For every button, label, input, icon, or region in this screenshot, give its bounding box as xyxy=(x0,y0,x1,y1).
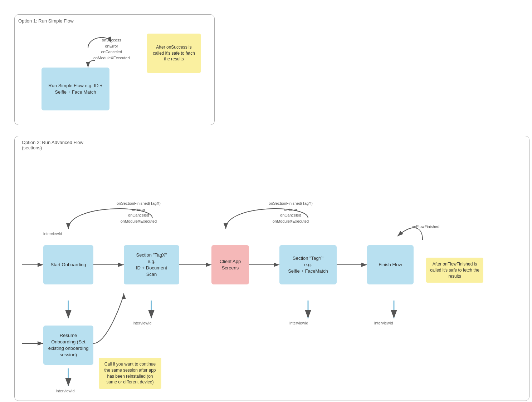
section-tagx-label: Section "TagX" e.g. ID + Document Scan xyxy=(136,252,167,278)
option2-callbacks-tagy: onSectionFinished(TagY) onError onCancel… xyxy=(269,200,313,224)
resume-onboarding-label: Resume Onboarding (Set existing onboardi… xyxy=(48,332,89,358)
option1-note-text: After onSuccess is called it's safe to f… xyxy=(150,44,198,62)
option2-box: Option 2: Run Advanced Flow (sections) xyxy=(14,136,529,401)
option2-callbacks-flowfinished: onFlowFinished xyxy=(412,224,439,230)
option1-note: After onSuccess is called it's safe to f… xyxy=(147,34,201,73)
option1-label: Option 1: Run Simple Flow xyxy=(18,18,211,24)
finish-note: After onFlowFinished is called it's safe… xyxy=(426,258,483,283)
run-simple-flow-node: Run Simple Flow e.g. ID + Selfie + Face … xyxy=(42,68,109,110)
interviewid-text1: interviewId xyxy=(43,232,62,236)
interviewid-text5: interviewId xyxy=(56,389,75,393)
diagram-container: Option 1: Run Simple Flow onSuccess onEr… xyxy=(0,0,532,402)
option1-box: Option 1: Run Simple Flow onSuccess onEr… xyxy=(14,14,215,125)
interviewid-text3: interviewId xyxy=(289,321,308,325)
option2-inner: interviewId onSectionFinished(TagX) onEr… xyxy=(22,154,522,397)
option1-callback-text: onSuccess onError onCanceled onModuleXEx… xyxy=(93,37,130,61)
client-app-node: Client App Screens xyxy=(211,245,249,284)
client-app-label: Client App Screens xyxy=(220,258,241,271)
finish-flow-node: Finish Flow xyxy=(367,245,414,284)
interviewid-finish: interviewId xyxy=(374,320,393,326)
tagx-callback-text: onSectionFinished(TagX) onError onCancel… xyxy=(117,200,161,224)
resume-note-text: Call if you want to continue the same se… xyxy=(104,362,156,384)
start-onboarding-node: Start Onboarding xyxy=(43,245,93,284)
interviewid-tagy: interviewId xyxy=(289,320,308,326)
interviewid-tagx: interviewId xyxy=(133,320,152,326)
option2-callbacks-tagx: onSectionFinished(TagX) onError onCancel… xyxy=(117,200,161,224)
option1-inner: onSuccess onError onCanceled onModuleXEx… xyxy=(18,26,211,119)
option1-callbacks: onSuccess onError onCanceled onModuleXEx… xyxy=(93,37,130,61)
flowfinished-callback-text: onFlowFinished xyxy=(412,224,439,230)
start-onboarding-label: Start Onboarding xyxy=(50,262,86,268)
resume-onboarding-node: Resume Onboarding (Set existing onboardi… xyxy=(43,326,93,365)
option2-interviewid-label1: interviewId xyxy=(43,231,62,236)
interviewid-text2: interviewId xyxy=(133,321,152,325)
section-tagy-label: Section "TagY" e.g. Selfie + FaceMatch xyxy=(288,255,328,275)
interviewid-resume: interviewId xyxy=(56,388,75,393)
section-tagy-node: Section "TagY" e.g. Selfie + FaceMatch xyxy=(279,245,337,284)
tagy-callback-text: onSectionFinished(TagY) onError onCancel… xyxy=(269,200,313,224)
finish-flow-label: Finish Flow xyxy=(379,262,402,268)
option2-label: Option 2: Run Advanced Flow (sections) xyxy=(22,140,522,150)
interviewid-text4: interviewId xyxy=(374,321,393,325)
finish-note-text: After onFlowFinished is called it's safe… xyxy=(430,262,479,279)
section-tagx-node: Section "TagX" e.g. ID + Document Scan xyxy=(124,245,179,284)
run-simple-flow-label: Run Simple Flow e.g. ID + Selfie + Face … xyxy=(48,83,102,95)
resume-note: Call if you want to continue the same se… xyxy=(99,358,161,389)
